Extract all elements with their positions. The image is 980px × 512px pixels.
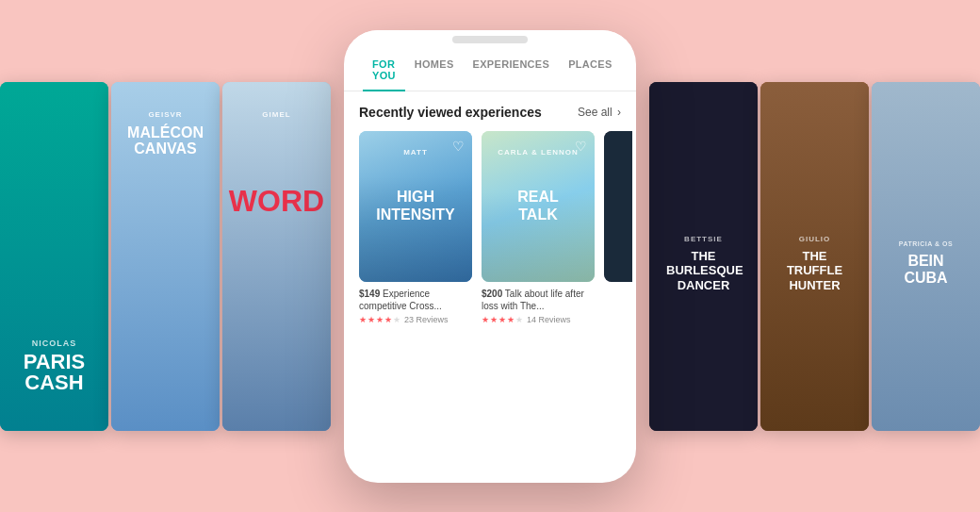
star2-5: ★ [515, 315, 523, 324]
card-1-price-desc: $149 Experience competitive Cross... [359, 288, 472, 312]
cards-row: ♡ MATT HIGHINTENSITY $149 Experience com… [344, 131, 636, 324]
card-2-price: $200 [482, 289, 502, 299]
paris-host-label: NICOLAS [24, 339, 86, 348]
tab-homes[interactable]: HOMES [405, 49, 464, 91]
star-4: ★ [384, 315, 392, 324]
star2-3: ★ [498, 315, 506, 324]
bg-card-burlesque: BETTSIE THEBURLESQUEDANCER [649, 82, 758, 431]
exp-card-1-image: ♡ MATT HIGHINTENSITY [359, 131, 472, 282]
card-1-stars: ★ ★ ★ ★ ★ 23 Reviews [359, 315, 472, 324]
phone-top-bar [344, 30, 636, 49]
exp-card-2-info: $200 Talk about life after loss with The… [482, 282, 595, 324]
paris-title: PARISCASH [24, 352, 86, 393]
exp-card-3-image [604, 131, 632, 282]
word-host: GIMEL [262, 110, 290, 119]
malecon-title: MALÉCONCANVAS [127, 124, 204, 157]
star-5: ★ [393, 315, 400, 324]
cuba-title: BEINCUBA [887, 253, 965, 286]
card-2-title: REALTALK [510, 189, 566, 223]
see-all-link[interactable]: See all › [576, 106, 621, 119]
exp-card-1[interactable]: ♡ MATT HIGHINTENSITY $149 Experience com… [359, 131, 472, 324]
word-title: WORD [229, 186, 324, 216]
star2-2: ★ [490, 315, 498, 324]
exp-card-3[interactable] [604, 131, 632, 324]
tab-experiences[interactable]: EXPERIENCES [464, 49, 560, 91]
card-2-price-desc: $200 Talk about life after loss with The… [482, 288, 595, 312]
phone-nav: FOR YOU HOMES EXPERIENCES PLACES [344, 49, 636, 91]
tab-for-you[interactable]: FOR YOU [363, 49, 405, 91]
malecon-host: GEISVR [148, 110, 182, 119]
exp-card-2-image: ♡ CARLA & LENNON REALTALK [482, 131, 595, 282]
star2-1: ★ [482, 315, 489, 324]
card-2-host: CARLA & LENNON [482, 148, 595, 157]
bg-card-word: GIMEL WORD [222, 82, 331, 431]
card-1-reviews: 23 Reviews [404, 315, 449, 324]
phone-notch [452, 36, 528, 43]
bg-card-cuba: PATRICIA & OS BEINCUBA [872, 82, 980, 431]
cuba-host: PATRICIA & OS [887, 240, 965, 247]
truffle-title: THE TRUFFLEHUNTER [777, 249, 852, 293]
card-1-title: HIGHINTENSITY [368, 189, 463, 223]
burlesque-title: THEBURLESQUEDANCER [666, 249, 741, 293]
bg-card-malecon: GEISVR MALÉCONCANVAS [111, 82, 220, 431]
card-1-host: MATT [359, 148, 472, 157]
phone-mockup: FOR YOU HOMES EXPERIENCES PLACES Recentl… [344, 30, 636, 483]
star-3: ★ [376, 315, 384, 324]
tab-places[interactable]: PLACES [559, 49, 621, 91]
star-2: ★ [368, 315, 375, 324]
bg-card-paris: NICOLAS PARISCASH [0, 82, 108, 431]
burlesque-host: BETTSIE [666, 235, 741, 243]
bg-card-truffle: GIULIO THE TRUFFLEHUNTER [760, 82, 869, 431]
section-header: Recently viewed experiences See all › [344, 105, 636, 131]
exp-card-1-info: $149 Experience competitive Cross... ★ ★… [359, 282, 472, 324]
card-1-price: $149 [359, 289, 380, 299]
section-title: Recently viewed experiences [359, 105, 542, 120]
star-1: ★ [359, 315, 367, 324]
phone-content: Recently viewed experiences See all › ♡ … [344, 91, 636, 483]
card-2-reviews: 14 Reviews [527, 315, 571, 324]
exp-card-2[interactable]: ♡ CARLA & LENNON REALTALK $200 Talk abou… [482, 131, 595, 324]
truffle-host: GIULIO [777, 235, 852, 243]
card-2-stars: ★ ★ ★ ★ ★ 14 Reviews [482, 315, 595, 324]
star2-4: ★ [507, 315, 514, 324]
